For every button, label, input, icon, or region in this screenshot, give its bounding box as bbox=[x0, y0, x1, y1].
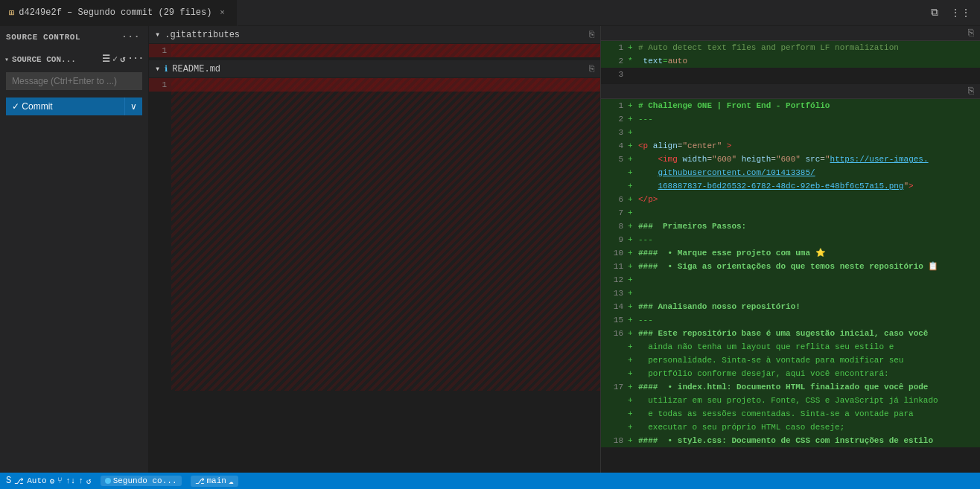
code-readme-line-13: 13 + bbox=[601, 287, 980, 300]
more-actions-icon[interactable]: ⋮⋮ bbox=[947, 5, 974, 21]
code-section-gitattributes: ⎘ 1 + # Auto detect text files and perfo… bbox=[601, 26, 980, 81]
source-con-actions: ☰ ✓ ↺ ··· bbox=[102, 54, 144, 65]
main-branch-icon: ⎇ bbox=[195, 476, 205, 486]
code-content-2: text=auto bbox=[638, 54, 980, 68]
code-line-1: 1 + # Auto detect text files and perform… bbox=[601, 41, 980, 54]
code-readme-line-16a: + ainda não tenha um layout que reflita … bbox=[601, 340, 980, 354]
diff-file-gitattributes-header: ▾ .gitattributes ⎘ bbox=[149, 26, 600, 44]
commit-arrow-button[interactable]: ∨ bbox=[124, 98, 142, 115]
tab-bar: ⊞ d4249e2f – Segundo commit (29 files) ×… bbox=[0, 0, 980, 26]
code-readme-line-6a: + githubusercontent.com/101413385/ bbox=[601, 166, 980, 179]
sidebar-header: SOURCE CONTROL ··· bbox=[0, 26, 148, 48]
code-readme-line-12: 12 + bbox=[601, 273, 980, 287]
status-left: S ⎇ Auto ⚙ ⑂ ↑↓ ↑ ↺ bbox=[6, 476, 92, 486]
code-num-3: 3 bbox=[601, 68, 628, 81]
code-readme-line-17b: + e todas as sessões comentadas. Sinta-s… bbox=[601, 407, 980, 421]
code-num-1: 1 bbox=[601, 41, 628, 54]
collapse-icon[interactable]: ▾ bbox=[4, 55, 9, 64]
sidebar-title: SOURCE CONTROL bbox=[6, 33, 80, 42]
main-branch-label: main bbox=[207, 476, 226, 485]
diff-file-gitattributes: ▾ .gitattributes ⎘ 1 bbox=[149, 26, 600, 57]
collapse-file-icon[interactable]: ▾ bbox=[155, 29, 160, 40]
sync-icon[interactable]: ↑↓ bbox=[66, 476, 75, 485]
source-control-section: ▾ SOURCE CON... ☰ ✓ ↺ ··· ✓ Commit ∨ bbox=[0, 48, 148, 124]
code-op-3 bbox=[628, 68, 638, 81]
arrow-up-icon[interactable]: ↑ bbox=[78, 476, 83, 485]
tab-actions: ⧉ ⋮⋮ bbox=[922, 5, 980, 21]
diff-line-content-1 bbox=[171, 44, 600, 57]
code-line-3: 3 bbox=[601, 68, 980, 81]
status-branch[interactable]: Segundo co... bbox=[101, 476, 182, 486]
code-readme-line-10: 10 + #### • Marque esse projeto com uma … bbox=[601, 246, 980, 260]
code-readme-line-11: 11 + #### • Siga as orientações do que t… bbox=[601, 260, 980, 273]
git-compare-icon: ⊞ bbox=[9, 7, 14, 19]
source-con-header: ▾ SOURCE CON... ☰ ✓ ↺ ··· bbox=[0, 51, 148, 68]
commit-message-input[interactable] bbox=[6, 72, 142, 90]
code-readme-line-7a: + 168887837-b6d26532-6782-48dc-92eb-e48b… bbox=[601, 179, 980, 193]
status-dot bbox=[105, 478, 111, 484]
code-content-3 bbox=[638, 68, 980, 81]
diff-file-readme: ▾ ℹ README.md ⎘ 1 bbox=[149, 60, 600, 92]
tab-diff[interactable]: ⊞ d4249e2f – Segundo commit (29 files) × bbox=[0, 0, 238, 26]
code-readme-line-16c: + portfólio conforme desejar, aqui você … bbox=[601, 367, 980, 380]
status-bar: S ⎇ Auto ⚙ ⑂ ↑↓ ↑ ↺ Segundo co... ⎇ main… bbox=[0, 473, 980, 489]
copy-gitattributes-icon[interactable]: ⎘ bbox=[589, 30, 594, 40]
code-readme-line-18: 18 + #### • style.css: Documento de CSS … bbox=[601, 434, 980, 447]
code-line-2: 2 * text=auto bbox=[601, 54, 980, 68]
list-icon[interactable]: ☰ bbox=[102, 54, 110, 65]
code-gitattributes-header: ⎘ bbox=[601, 26, 980, 41]
code-readme-line-2: 2 + --- bbox=[601, 112, 980, 126]
check-icon[interactable]: ✓ bbox=[112, 54, 118, 65]
code-content-1: # Auto detect text files and perform LF … bbox=[638, 41, 980, 54]
refresh-icon[interactable]: ↺ bbox=[86, 476, 92, 486]
commit-button[interactable]: ✓ Commit bbox=[6, 98, 124, 115]
code-readme-line-1: 1 + # Challenge ONE | Front End - Portfó… bbox=[601, 99, 980, 112]
code-readme-header: ⎘ bbox=[601, 84, 980, 99]
more-icon[interactable]: ··· bbox=[119, 31, 142, 43]
code-readme-line-16b: + personalidade. Sinta-se à vontade para… bbox=[601, 354, 980, 367]
main-layout: SOURCE CONTROL ··· ▾ SOURCE CON... ☰ ✓ ↺… bbox=[0, 26, 980, 473]
diff-readme-content bbox=[171, 78, 600, 391]
sidebar-header-actions: ··· bbox=[119, 31, 142, 43]
source-con-label: SOURCE CON... bbox=[12, 55, 76, 64]
tab-close-button[interactable]: × bbox=[216, 7, 228, 19]
status-main-branch[interactable]: ⎇ main ☁ bbox=[191, 476, 238, 487]
diff-readme-line-num: 1 bbox=[149, 78, 171, 92]
s-icon[interactable]: S bbox=[6, 476, 11, 486]
tab-label: d4249e2f – Segundo commit (29 files) bbox=[19, 7, 211, 18]
code-copy-gitattributes-btn[interactable]: ⎘ bbox=[968, 28, 974, 39]
diff-panel: ▾ .gitattributes ⎘ 1 ▾ ℹ README.md ⎘ 1 bbox=[149, 26, 600, 473]
auto-label[interactable]: Auto bbox=[27, 476, 46, 485]
code-readme-line-8: 8 + ### Primeiros Passos: bbox=[601, 220, 980, 233]
sidebar: SOURCE CONTROL ··· ▾ SOURCE CON... ☰ ✓ ↺… bbox=[0, 26, 149, 473]
code-readme-line-9: 9 + --- bbox=[601, 233, 980, 246]
code-copy-readme-btn[interactable]: ⎘ bbox=[968, 86, 974, 97]
diff-line-removed-readme: 1 bbox=[149, 78, 600, 92]
code-readme-line-7: 7 + bbox=[601, 206, 980, 220]
diff-line-removed-gitattributes: 1 bbox=[149, 44, 600, 57]
code-num-2: 2 bbox=[601, 54, 628, 68]
diff-line-num-1: 1 bbox=[149, 44, 171, 57]
code-panel: ⎘ 1 + # Auto detect text files and perfo… bbox=[600, 26, 980, 473]
git-branch-icon[interactable]: ⑂ bbox=[57, 476, 63, 485]
refresh-icon[interactable]: ↺ bbox=[120, 54, 125, 65]
code-section-readme: ⎘ 1 + # Challenge ONE | Front End - Port… bbox=[601, 84, 980, 447]
code-readme-line-6: 6 + </p> bbox=[601, 193, 980, 206]
code-readme-line-15: 15 + --- bbox=[601, 313, 980, 327]
copy-readme-icon[interactable]: ⎘ bbox=[589, 64, 594, 74]
collapse-readme-icon[interactable]: ▾ bbox=[155, 63, 160, 74]
readme-filename: README.md bbox=[172, 64, 220, 74]
cloud-icon: ☁ bbox=[229, 476, 234, 486]
gear-icon[interactable]: ⚙ bbox=[50, 476, 55, 486]
info-icon: ℹ bbox=[165, 64, 168, 74]
code-readme-line-17a: + utilizar em seu projeto. Fonte, CSS e … bbox=[601, 394, 980, 407]
code-readme-line-5: 5 + <img width="600" heigth="600" src="h… bbox=[601, 153, 980, 166]
commit-status-label: Segundo co... bbox=[113, 476, 177, 485]
code-readme-line-4: 4 + <p align="center" > bbox=[601, 139, 980, 153]
code-readme-line-16: 16 + ### Este repositório base é uma sug… bbox=[601, 327, 980, 340]
ellipsis-icon[interactable]: ··· bbox=[127, 54, 144, 65]
split-editor-icon[interactable]: ⧉ bbox=[928, 5, 941, 21]
diff-file-readme-header: ▾ ℹ README.md ⎘ bbox=[149, 60, 600, 78]
code-op-2: * bbox=[628, 54, 638, 68]
gitattributes-filename: .gitattributes bbox=[165, 30, 240, 40]
